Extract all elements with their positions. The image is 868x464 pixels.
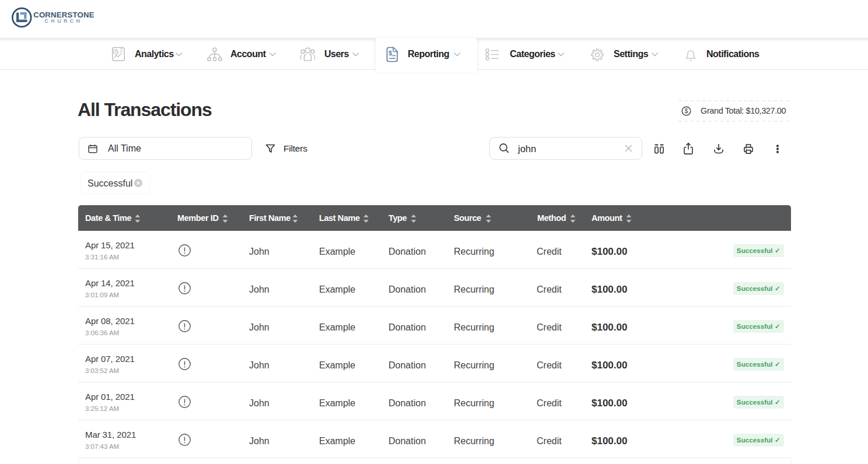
svg-text:$: $: [685, 107, 688, 114]
svg-text:$: $: [388, 50, 392, 57]
svg-text:CHURCH: CHURCH: [45, 18, 83, 24]
